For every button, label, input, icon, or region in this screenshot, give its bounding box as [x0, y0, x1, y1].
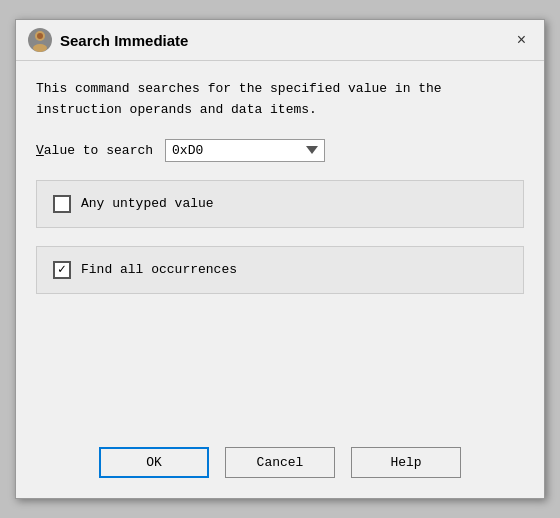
find-all-group: Find all occurrences: [36, 246, 524, 294]
app-icon: [28, 28, 52, 52]
ok-button[interactable]: OK: [99, 447, 209, 478]
dialog-body: This command searches for the specified …: [16, 61, 544, 437]
dialog-window: Search Immediate × This command searches…: [15, 19, 545, 499]
description-text: This command searches for the specified …: [36, 79, 524, 121]
any-untyped-group: Any untyped value: [36, 180, 524, 228]
svg-point-1: [33, 44, 47, 52]
value-select[interactable]: 0xD0 0xFF 0x00 0x01: [165, 139, 325, 162]
any-untyped-checkbox[interactable]: [53, 195, 71, 213]
svg-point-2: [37, 33, 43, 39]
any-untyped-checkbox-wrapper[interactable]: Any untyped value: [53, 195, 214, 213]
dialog-title: Search Immediate: [60, 32, 188, 49]
title-bar-left: Search Immediate: [28, 28, 188, 52]
close-button[interactable]: ×: [511, 30, 532, 50]
any-untyped-label: Any untyped value: [81, 196, 214, 211]
find-all-checkbox-wrapper[interactable]: Find all occurrences: [53, 261, 237, 279]
title-bar: Search Immediate ×: [16, 20, 544, 61]
button-row: OK Cancel Help: [16, 437, 544, 498]
cancel-button[interactable]: Cancel: [225, 447, 335, 478]
help-button[interactable]: Help: [351, 447, 461, 478]
find-all-checkbox[interactable]: [53, 261, 71, 279]
find-all-label: Find all occurrences: [81, 262, 237, 277]
field-row: Value to search 0xD0 0xFF 0x00 0x01: [36, 139, 524, 162]
field-label-underline: V: [36, 143, 44, 158]
field-label: Value to search: [36, 143, 153, 158]
